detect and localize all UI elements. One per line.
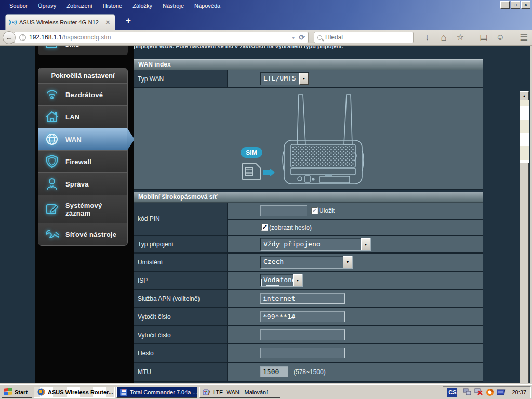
location-select[interactable]: Czech ▼ [260, 256, 353, 269]
bookmark-star-icon[interactable]: ☆ [453, 31, 468, 44]
home-icon[interactable]: ⌂ [436, 31, 451, 44]
taskbar-item-firefox[interactable]: ASUS Wireless Router... [34, 387, 115, 398]
back-button[interactable]: ← [3, 31, 16, 44]
menu-historie[interactable]: Historie [98, 1, 127, 10]
taskbar-item-paint[interactable]: LTE_WAN - Malování [199, 387, 280, 398]
sidebar-item-sms[interactable]: SMS [38, 46, 128, 55]
apn-input[interactable] [260, 293, 345, 304]
password-input[interactable] [260, 348, 345, 358]
field-label: kód PIN [134, 203, 228, 235]
language-indicator[interactable]: CS [447, 388, 457, 397]
dial-number-input[interactable] [260, 311, 345, 322]
tab-bar: ASUS Wireless Router 4G-N12 ✕ + [0, 11, 532, 30]
form-row-location: Umístění Czech ▼ [134, 254, 483, 272]
tray-clock[interactable]: 20:37 [512, 389, 526, 395]
chevron-down-icon: ▼ [343, 256, 352, 268]
taskbar-item-total-commander[interactable]: Total Commander 7.04a ... [116, 387, 197, 398]
menu-zobrazeni[interactable]: Zobrazení [61, 1, 98, 10]
shield-icon [38, 154, 65, 169]
mtu-input[interactable] [260, 366, 288, 377]
sidebar-item-lan[interactable]: LAN [38, 105, 127, 128]
dial-number-2-input[interactable] [260, 329, 345, 340]
select-value: Vždy připojeno [261, 238, 361, 250]
network-disconnected-icon[interactable] [474, 388, 483, 396]
menu-napoveda[interactable]: Nápověda [189, 1, 225, 10]
isp-select[interactable]: Vodafone ▼ [260, 274, 303, 287]
orange-app-icon[interactable] [486, 388, 494, 396]
menu-zalozky[interactable]: Záložky [127, 1, 157, 10]
sms-icon [38, 46, 65, 51]
page-content: SMS Pokročilá nastavení Bezdrátové LAN [0, 46, 530, 383]
connection-type-select[interactable]: Vždy připojeno ▼ [260, 238, 371, 251]
restore-button[interactable]: ❐ [511, 1, 520, 9]
field-label: Služba APN (volitelně) [134, 290, 228, 307]
url-host: 192.168.1.1 [29, 34, 62, 41]
wan-type-select[interactable]: LTE/UMTS ▼ [260, 72, 309, 85]
chevron-down-icon: ▼ [299, 73, 309, 85]
home-lan-icon [38, 110, 65, 124]
taskbar-item-label: Total Commander 7.04a ... [130, 389, 197, 395]
pocket-icon[interactable]: ☺ [493, 31, 508, 44]
tab-close-icon[interactable]: ✕ [104, 19, 112, 26]
bookmarks-panel-icon[interactable]: ▤ [476, 31, 491, 44]
sidebar-item-label: Systémový záznam [65, 202, 123, 217]
sidebar-item-bezdratove[interactable]: Bezdrátové [38, 83, 127, 105]
field-label: Typ WAN [134, 70, 228, 87]
field-label: MTU [134, 363, 228, 381]
keyboard-tray-icon[interactable] [497, 389, 506, 396]
taskbar: Start ASUS Wireless Router... Total Comm… [0, 384, 532, 399]
sidebar-item-firewall[interactable]: Firewall [38, 150, 127, 172]
tab-asus-router[interactable]: ASUS Wireless Router 4G-N12 ✕ [5, 14, 115, 30]
sidebar-item-sitove-nastroje[interactable]: Síťové nástroje [38, 223, 127, 245]
router-illustration: SIM [223, 88, 394, 188]
sidebar-item-wan[interactable]: WAN [38, 128, 127, 150]
scrollbar-thumb[interactable] [520, 163, 529, 383]
advanced-settings-group: Pokročilá nastavení Bezdrátové LAN WAN [38, 68, 128, 246]
sidebar-item-label: Správa [65, 180, 89, 188]
show-password-checkbox[interactable]: ✓ [261, 224, 268, 231]
close-button[interactable]: ✕ [521, 1, 530, 9]
firefox-icon [37, 388, 45, 396]
vertical-scrollbar[interactable]: ▲ ▼ [520, 91, 529, 383]
form-row-typ-wan: Typ WAN LTE/UMTS ▼ [134, 70, 483, 88]
save-pin-checkbox[interactable]: ✓ [311, 207, 318, 214]
tab-title: ASUS Wireless Router 4G-N12 [19, 19, 104, 25]
menu-bar: Soubor Úpravy Zobrazení Historie Záložky… [0, 0, 532, 11]
field-label: Umístění [134, 254, 228, 271]
downloads-icon[interactable]: ↓ [420, 31, 434, 44]
sidebar-item-sprava[interactable]: Správa [38, 172, 127, 195]
navigation-toolbar: ← 192.168.1.1 /hspaconncfg.stm ▾ ⟳ ↓ ⌂ ☆… [0, 30, 532, 46]
pin-input[interactable] [260, 205, 307, 216]
mtu-range-hint: (578~1500) [294, 368, 326, 376]
windows-logo-icon [4, 388, 12, 396]
url-dropdown-icon[interactable]: ▾ [292, 35, 295, 41]
scroll-up-icon[interactable]: ▲ [520, 91, 529, 100]
reload-icon[interactable]: ⟳ [299, 33, 305, 42]
sidebar-group-title: Pokročilá nastavení [38, 68, 127, 83]
minimize-button[interactable]: _ [500, 1, 510, 9]
menu-nastroje[interactable]: Nástroje [157, 1, 189, 10]
chevron-down-icon: ▼ [361, 238, 370, 250]
form-row-connection-type: Typ připojení Vždy připojeno ▼ [134, 236, 483, 254]
menu-soubor[interactable]: Soubor [4, 1, 33, 10]
new-tab-button[interactable]: + [121, 16, 136, 26]
globe-wan-icon [38, 132, 65, 147]
network-icon[interactable] [463, 388, 472, 396]
sidebar-item-label: Síťové nástroje [65, 231, 116, 238]
form-row-dial-number-2: Vytočit číslo [134, 326, 483, 344]
sidebar-item-label: Firewall [65, 158, 91, 166]
field-label: Vytočit číslo [134, 326, 228, 343]
search-box[interactable] [314, 32, 414, 43]
url-bar[interactable]: 192.168.1.1 /hspaconncfg.stm ▾ ⟳ [14, 32, 309, 43]
hamburger-menu-icon[interactable]: ☰ [516, 31, 531, 44]
start-button[interactable]: Start [2, 387, 32, 398]
chevron-down-icon: ▼ [293, 274, 302, 286]
wifi-icon [38, 88, 65, 101]
wifi-favicon-icon [9, 19, 17, 26]
search-input[interactable] [325, 34, 393, 41]
taskbar-item-label: ASUS Wireless Router... [48, 389, 113, 395]
total-commander-icon [120, 389, 127, 396]
sidebar-item-systemovy-zaznam[interactable]: Systémový záznam [38, 195, 127, 223]
menu-upravy[interactable]: Úpravy [33, 1, 61, 10]
user-icon [38, 177, 65, 191]
